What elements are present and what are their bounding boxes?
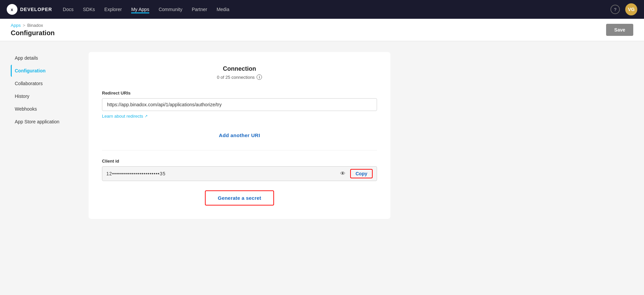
sidebar-item-app-store[interactable]: App Store application [11,116,78,128]
nav-links: Docs SDKs Explorer My Apps Community Par… [63,5,600,13]
external-link-icon: ↗ [145,114,148,118]
main-content: Connection 0 of 25 connections i Redirec… [89,52,633,283]
nav-explorer[interactable]: Explorer [104,5,122,13]
page-header: Apps > Binadox Configuration Save [0,19,644,41]
save-button[interactable]: Save [606,24,633,36]
configuration-card: Connection 0 of 25 connections i Redirec… [89,52,390,219]
sidebar-item-collaborators[interactable]: Collaborators [11,77,78,90]
add-uri-button[interactable]: Add another URI [102,128,377,142]
nav-partner[interactable]: Partner [192,5,207,13]
page-header-left: Apps > Binadox Configuration [11,23,55,37]
brand-label: DEVELOPER [20,7,52,12]
connections-info: 0 of 25 connections i [102,74,377,80]
nav-community[interactable]: Community [159,5,182,13]
connections-count: 0 of 25 connections [217,75,255,80]
breadcrumb-apps[interactable]: Apps [11,23,21,28]
generate-secret-button[interactable]: Generate a secret [205,190,274,205]
content-area: App details Configuration Collaborators … [0,41,644,293]
info-icon[interactable]: i [257,74,262,80]
redirect-uris-section: Redirect URIs Learn about redirects ↗ [102,91,377,119]
sidebar-item-webhooks[interactable]: Webhooks [11,103,78,115]
sidebar-item-app-details[interactable]: App details [11,52,78,64]
nav-docs[interactable]: Docs [63,5,73,13]
breadcrumb: Apps > Binadox [11,23,55,28]
navbar: x DEVELOPER Docs SDKs Explorer My Apps C… [0,0,644,19]
nav-media[interactable]: Media [217,5,229,13]
sidebar: App details Configuration Collaborators … [11,52,78,283]
client-id-section: Client id 12••••••••••••••••••••••••35 👁… [102,159,377,181]
nav-myapps[interactable]: My Apps [131,5,149,13]
sidebar-item-history[interactable]: History [11,90,78,102]
brand[interactable]: x DEVELOPER [7,4,52,15]
client-id-value: 12••••••••••••••••••••••••35 [106,171,337,176]
copy-button[interactable]: Copy [350,169,373,178]
page-title: Configuration [11,29,55,37]
help-icon[interactable]: ? [610,5,620,14]
card-title: Connection [102,65,377,72]
xero-logo-icon: x [7,4,17,15]
breadcrumb-current: Binadox [27,23,43,28]
toggle-visibility-button[interactable]: 👁 [337,169,348,178]
sidebar-item-configuration[interactable]: Configuration [11,65,78,77]
redirect-uris-label: Redirect URIs [102,91,377,96]
nav-right: ? VG [610,3,637,15]
client-id-row: 12••••••••••••••••••••••••35 👁 Copy [102,166,377,181]
client-id-label: Client id [102,159,377,164]
avatar[interactable]: VG [625,3,637,15]
learn-redirects-link[interactable]: Learn about redirects ↗ [102,114,148,119]
breadcrumb-separator: > [23,23,25,28]
divider [102,150,377,151]
nav-sdks[interactable]: SDKs [83,5,95,13]
redirect-uri-input[interactable] [102,98,377,111]
